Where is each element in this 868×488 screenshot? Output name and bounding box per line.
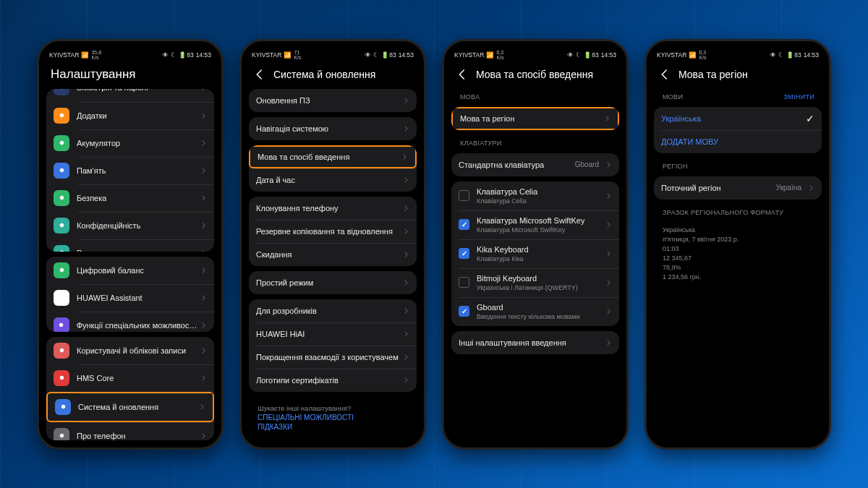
chevron-right-icon [605,221,612,228]
row-label: Скидання [256,250,292,259]
settings-row[interactable]: Для розробників [249,299,417,322]
svg-point-10 [59,348,63,352]
settings-row[interactable]: HUAWEI Assistant [46,284,214,312]
row-label: Логотипи сертифікатів [256,376,339,385]
settings-row[interactable]: Про телефон [46,422,214,440]
row-label: Цифровий баланс [77,266,144,275]
row-label: Акумулятор [77,139,120,147]
settings-row[interactable]: Біометрія та паролі [46,89,214,102]
settings-row[interactable]: Пам'ять [46,157,214,184]
chevron-right-icon [402,330,409,338]
row-lang-region[interactable]: Мова та регіон [451,107,619,130]
row-label: HUAWEI HiAI [256,330,305,338]
chevron-right-icon [401,153,408,160]
search-suggestions: Шукаєте інші налаштування?СПЕЦІАЛЬНІ МОЖ… [249,397,417,434]
row-label: Користувачі й облікові записи [77,346,186,355]
row-label: Навігація системою [256,124,328,133]
keyboard-row[interactable]: Bitmoji KeyboardУкраїнська і Латиниця (Q… [451,268,619,297]
chevron-right-icon [402,279,409,286]
row-default-keyboard[interactable]: Стандартна клавіатура Gboard [451,153,619,176]
keyboard-checkbox[interactable] [459,277,469,288]
settings-row[interactable]: Простий режим [249,271,417,294]
keyboard-checkbox[interactable] [459,248,469,259]
row-label: HMS Core [77,374,114,382]
row-current-region[interactable]: Поточний регіон Україна [654,176,822,200]
title-bar: Налаштування [42,61,218,89]
keyboard-row[interactable]: GboardВведення тексту кількома мовами [451,297,619,326]
settings-row[interactable]: Навігація системою [249,117,417,140]
row-more-input-settings[interactable]: Інші налаштування введення [451,331,619,354]
settings-row[interactable]: Покращення взаємодії з користувачем [249,346,417,369]
settings-row[interactable]: Клонування телефону [249,197,417,220]
section-keyboards: КЛАВІАТУРИ [451,135,619,148]
keyboard-sub: Клавіатура Кіка [477,255,529,262]
settings-row[interactable]: Оновлення ПЗ [249,89,417,112]
section-languages: МОВИ ЗМІНИТИ [654,89,822,102]
row-icon [54,317,69,332]
row-icon [54,343,69,359]
row-language-ukrainian[interactable]: Українська ✓ [654,107,822,130]
settings-row[interactable]: Розташування [46,239,214,252]
row-label: Біометрія та паролі [77,89,148,92]
region-value: Україна [776,184,801,192]
svg-point-4 [59,196,63,200]
row-label: Про телефон [77,432,126,440]
keyboard-checkbox[interactable] [459,219,469,230]
keyboard-row[interactable]: Клавіатура Microsoft SwiftKeyКлавіатура … [451,210,619,239]
settings-row[interactable]: Користувачі й облікові записи [46,337,214,364]
settings-row[interactable]: Додатки [46,102,214,129]
chevron-right-icon [200,222,207,229]
settings-row[interactable]: Акумулятор [46,129,214,157]
section-language: МОВА [451,89,619,102]
keyboard-row[interactable]: Клавіатура CeliaКлавіатура Celia [451,181,619,210]
row-icon [54,262,69,278]
settings-row[interactable]: Система й оновлення [46,392,214,422]
keyboard-sub: Введення тексту кількома мовами [477,313,580,320]
svg-point-11 [59,376,63,380]
row-icon [54,135,69,151]
settings-row[interactable]: Цифровий баланс [46,257,214,284]
row-icon [54,190,69,206]
eye-icon: 👁 [162,51,169,59]
settings-row[interactable]: Функції спеціальних можливостей [46,312,214,332]
settings-row[interactable]: HUAWEI HiAI [249,322,417,346]
row-label: Конфіденційність [77,221,140,230]
keyboard-row[interactable]: Kika KeyboardКлавіатура Кіка [451,239,619,268]
settings-row[interactable]: Конфіденційність [46,212,214,239]
settings-row[interactable]: Мова та спосіб введення [249,145,417,168]
keyboard-checkbox[interactable] [459,306,469,317]
settings-row[interactable]: Дата й час [249,168,417,192]
settings-group-2: Цифровий балансHUAWEI AssistantФункції с… [46,257,214,332]
chevron-right-icon [605,250,612,257]
row-icon [55,399,71,415]
settings-row[interactable]: Резервне копіювання та відновлення [249,220,417,243]
row-icon [54,245,69,252]
settings-row[interactable]: HMS Core [46,364,214,392]
chevron-right-icon [402,251,409,258]
link-tips[interactable]: ПІДКАЗКИ [258,423,408,431]
svg-point-8 [59,296,63,299]
check-icon: ✓ [806,113,814,124]
chevron-right-icon [402,228,409,235]
default-keyboard-value: Gboard [575,160,599,168]
settings-row[interactable]: Логотипи сертифікатів [249,369,417,392]
row-label: Безпека [77,194,106,202]
svg-point-7 [59,268,63,272]
row-add-language[interactable]: ДОДАТИ МОВУ [654,130,822,153]
svg-point-2 [59,141,63,145]
back-icon[interactable] [456,68,469,81]
back-icon[interactable] [253,68,266,81]
settings-row[interactable]: Скидання [249,243,417,266]
row-label: Система й оновлення [78,403,158,411]
signal-icon: 📶 [284,51,292,59]
chevron-right-icon [200,167,207,174]
settings-row[interactable]: Безпека [46,184,214,212]
link-accessibility[interactable]: СПЕЦІАЛЬНІ МОЖЛИВОСТІ [258,414,408,421]
change-button[interactable]: ЗМІНИТИ [784,93,814,100]
row-label: Пам'ять [77,166,106,175]
svg-point-6 [59,251,63,252]
keyboard-checkbox[interactable] [459,190,469,201]
section-format-sample: ЗРАЗОК РЕГІОНАЛЬНОГО ФОРМАТУ [654,205,822,218]
back-icon[interactable] [658,68,671,81]
row-label: Покращення взаємодії з користувачем [256,353,399,361]
